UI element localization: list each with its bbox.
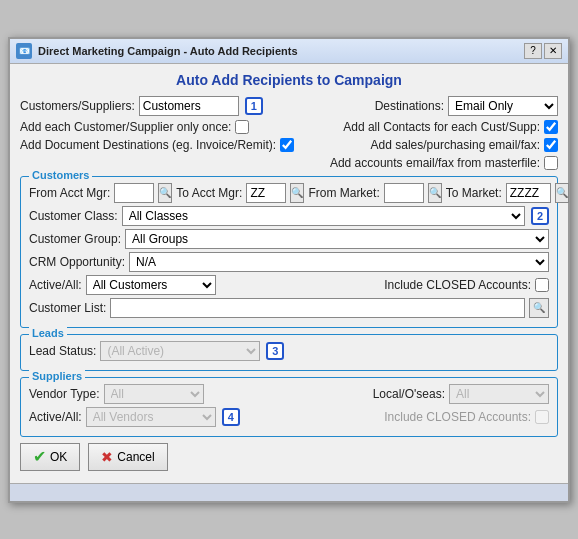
badge-1: 1 bbox=[245, 97, 263, 115]
customers-suppliers-row: Customers/Suppliers: 1 Destinations: Ema… bbox=[20, 96, 558, 116]
customer-list-search[interactable]: 🔍 bbox=[529, 298, 549, 318]
vendor-type-label: Vendor Type: bbox=[29, 387, 100, 401]
supplier-active-row: Active/All: All Vendors 4 Include CLOSED… bbox=[29, 407, 549, 427]
destinations-label: Destinations: bbox=[375, 99, 444, 113]
help-button[interactable]: ? bbox=[524, 43, 542, 59]
customers-suppliers-label: Customers/Suppliers: bbox=[20, 99, 135, 113]
to-acct-mgr-input[interactable] bbox=[246, 183, 286, 203]
crm-select[interactable]: N/A bbox=[129, 252, 549, 272]
add-doc-label: Add Document Destinations (eg. Invoice/R… bbox=[20, 138, 276, 152]
destinations-select[interactable]: Email Only Fax Only Email and Fax bbox=[448, 96, 558, 116]
customer-group-row: Customer Group: All Groups bbox=[29, 229, 549, 249]
customer-group-select[interactable]: All Groups bbox=[125, 229, 549, 249]
local-label: Local/O'seas: bbox=[373, 387, 445, 401]
add-accounts-label: Add accounts email/fax from masterfile: bbox=[330, 156, 540, 170]
from-acct-mgr-search[interactable]: 🔍 bbox=[158, 183, 172, 203]
to-market-input[interactable] bbox=[506, 183, 551, 203]
leads-group-label: Leads bbox=[29, 327, 67, 339]
add-contacts-checkbox[interactable] bbox=[544, 120, 558, 134]
customer-list-input[interactable] bbox=[110, 298, 525, 318]
local-select[interactable]: All bbox=[449, 384, 549, 404]
acct-mgr-row: From Acct Mgr: 🔍 To Acct Mgr: 🔍 From Mar… bbox=[29, 183, 549, 203]
add-once-row: Add each Customer/Supplier only once: Ad… bbox=[20, 120, 558, 134]
dialog-title: Auto Add Recipients to Campaign bbox=[20, 72, 558, 88]
suppliers-group: Suppliers Vendor Type: All Local/O'seas:… bbox=[20, 377, 558, 437]
from-market-label: From Market: bbox=[308, 186, 379, 200]
add-sales-checkbox[interactable] bbox=[544, 138, 558, 152]
cancel-button[interactable]: ✖ Cancel bbox=[88, 443, 167, 471]
window-title: Direct Marketing Campaign - Auto Add Rec… bbox=[38, 45, 298, 57]
active-label: Active/All: bbox=[29, 278, 82, 292]
vendor-type-row: Vendor Type: All Local/O'seas: All bbox=[29, 384, 549, 404]
lead-status-select[interactable]: (All Active) bbox=[100, 341, 260, 361]
crm-row: CRM Opportunity: N/A bbox=[29, 252, 549, 272]
add-doc-checkbox[interactable] bbox=[280, 138, 294, 152]
customer-list-label: Customer List: bbox=[29, 301, 106, 315]
active-row: Active/All: All Customers Include CLOSED… bbox=[29, 275, 549, 295]
main-window: 📧 Direct Marketing Campaign - Auto Add R… bbox=[8, 37, 570, 503]
add-accounts-checkbox[interactable] bbox=[544, 156, 558, 170]
add-doc-row: Add Document Destinations (eg. Invoice/R… bbox=[20, 138, 558, 152]
customer-class-select[interactable]: All Classes bbox=[122, 206, 525, 226]
badge-2: 2 bbox=[531, 207, 549, 225]
include-closed-checkbox[interactable] bbox=[535, 278, 549, 292]
customer-class-row: Customer Class: All Classes 2 bbox=[29, 206, 549, 226]
app-icon: 📧 bbox=[16, 43, 32, 59]
ok-check-icon: ✔ bbox=[33, 447, 46, 466]
to-acct-mgr-search[interactable]: 🔍 bbox=[290, 183, 304, 203]
cancel-label: Cancel bbox=[117, 450, 154, 464]
badge-4: 4 bbox=[222, 408, 240, 426]
customers-suppliers-input[interactable] bbox=[139, 96, 239, 116]
to-market-label: To Market: bbox=[446, 186, 502, 200]
supplier-include-closed-checkbox[interactable] bbox=[535, 410, 549, 424]
from-market-search[interactable]: 🔍 bbox=[428, 183, 442, 203]
button-row: ✔ OK ✖ Cancel bbox=[20, 443, 558, 471]
customers-group-label: Customers bbox=[29, 169, 92, 181]
supplier-active-select[interactable]: All Vendors bbox=[86, 407, 216, 427]
customers-group: Customers From Acct Mgr: 🔍 To Acct Mgr: … bbox=[20, 176, 558, 328]
add-sales-label: Add sales/purchasing email/fax: bbox=[371, 138, 540, 152]
leads-group: Leads Lead Status: (All Active) 3 bbox=[20, 334, 558, 371]
lead-status-row: Lead Status: (All Active) 3 bbox=[29, 341, 549, 361]
to-market-search[interactable]: 🔍 bbox=[555, 183, 569, 203]
add-accounts-row: Add accounts email/fax from masterfile: bbox=[20, 156, 558, 170]
dialog-content: Auto Add Recipients to Campaign Customer… bbox=[10, 64, 568, 483]
customer-class-label: Customer Class: bbox=[29, 209, 118, 223]
ok-button[interactable]: ✔ OK bbox=[20, 443, 80, 471]
add-once-label: Add each Customer/Supplier only once: bbox=[20, 120, 231, 134]
include-closed-label: Include CLOSED Accounts: bbox=[384, 278, 531, 292]
from-acct-mgr-input[interactable] bbox=[114, 183, 154, 203]
status-bar bbox=[10, 483, 568, 501]
customer-list-row: Customer List: 🔍 bbox=[29, 298, 549, 318]
title-bar-controls: ? ✕ bbox=[524, 43, 562, 59]
cancel-x-icon: ✖ bbox=[101, 449, 113, 465]
from-market-input[interactable] bbox=[384, 183, 424, 203]
close-button[interactable]: ✕ bbox=[544, 43, 562, 59]
crm-label: CRM Opportunity: bbox=[29, 255, 125, 269]
vendor-type-select[interactable]: All bbox=[104, 384, 204, 404]
active-select[interactable]: All Customers bbox=[86, 275, 216, 295]
customer-group-label: Customer Group: bbox=[29, 232, 121, 246]
lead-status-label: Lead Status: bbox=[29, 344, 96, 358]
title-bar: 📧 Direct Marketing Campaign - Auto Add R… bbox=[10, 39, 568, 64]
suppliers-group-label: Suppliers bbox=[29, 370, 85, 382]
ok-label: OK bbox=[50, 450, 67, 464]
add-once-checkbox[interactable] bbox=[235, 120, 249, 134]
to-acct-mgr-label: To Acct Mgr: bbox=[176, 186, 242, 200]
supplier-active-label: Active/All: bbox=[29, 410, 82, 424]
supplier-include-closed-label: Include CLOSED Accounts: bbox=[384, 410, 531, 424]
from-acct-mgr-label: From Acct Mgr: bbox=[29, 186, 110, 200]
add-contacts-label: Add all Contacts for each Cust/Supp: bbox=[343, 120, 540, 134]
badge-3: 3 bbox=[266, 342, 284, 360]
title-bar-left: 📧 Direct Marketing Campaign - Auto Add R… bbox=[16, 43, 298, 59]
